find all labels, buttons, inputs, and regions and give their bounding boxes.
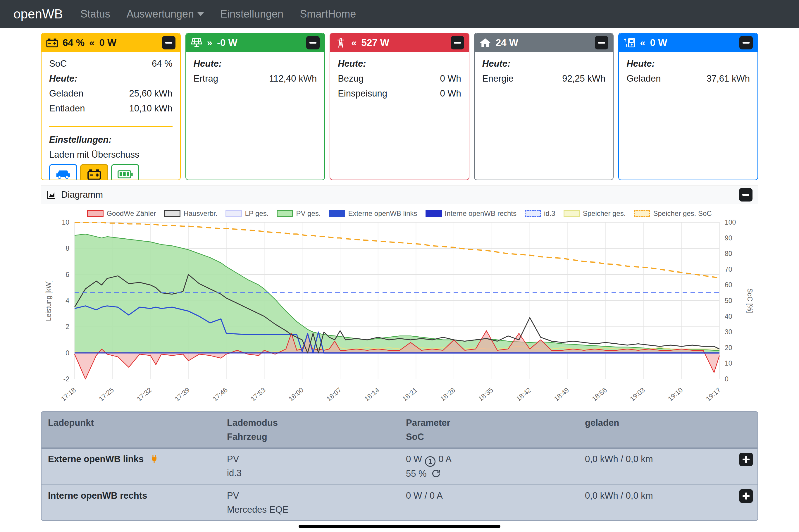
chargepoint-table: Ladepunkt LademodusFahrzeug ParameterSoC… xyxy=(41,411,758,521)
nav-item-auswertungen-label: Auswertungen xyxy=(127,8,194,20)
legend-label: Interne openWB rechts xyxy=(445,209,516,217)
pv-collapse-button[interactable] xyxy=(306,36,320,50)
svg-text:18:35: 18:35 xyxy=(477,386,495,403)
diagram-chart: 17:1817:2517:3217:3917:4617:5318:0018:07… xyxy=(41,220,758,406)
entladen-label: Entladen xyxy=(49,103,85,114)
house-collapse-button[interactable] xyxy=(595,36,608,50)
refresh-soc-icon[interactable] xyxy=(431,469,441,478)
svg-text:19:03: 19:03 xyxy=(628,386,646,403)
pv-power-value: -0 W xyxy=(217,37,237,48)
bezug-label: Bezug xyxy=(338,73,363,84)
geladen-value: 25,60 kWh xyxy=(129,88,172,99)
navbar: openWB Status Auswertungen Einstellungen… xyxy=(0,0,799,28)
cp-parameter-cell: 0 W10 A 55 % xyxy=(400,452,578,481)
cp-mode-vehicle-cell: PV Mercedes EQE xyxy=(221,489,400,517)
svg-text:18:14: 18:14 xyxy=(363,386,381,403)
heute-label: Heute: xyxy=(49,73,173,84)
app-brand[interactable]: openWB xyxy=(14,7,63,21)
cp-name-cell: Interne openWB rechts xyxy=(41,489,221,517)
battery-charge-icon xyxy=(118,169,133,180)
cp-name: Interne openWB rechts xyxy=(48,489,147,503)
legend-item-pv-ges[interactable]: PV ges. xyxy=(277,209,321,217)
svg-text:18:28: 18:28 xyxy=(439,386,457,403)
house-power-value: 24 W xyxy=(496,37,518,48)
svg-text:18:42: 18:42 xyxy=(515,386,533,403)
svg-text:18:07: 18:07 xyxy=(325,386,343,403)
nav-item-einstellungen[interactable]: Einstellungen xyxy=(220,8,283,20)
soc-value: 64 % xyxy=(152,58,173,69)
chart-area-icon xyxy=(46,190,56,200)
legend-item-goodwe-z-hler[interactable]: GoodWe Zähler xyxy=(87,209,156,217)
legend-label: Speicher ges. xyxy=(583,209,626,217)
svg-text:17:18: 17:18 xyxy=(59,386,77,403)
geladen-value: 37,61 kWh xyxy=(707,73,750,84)
nav-items: Status Auswertungen Einstellungen SmartH… xyxy=(80,8,356,20)
car-icon xyxy=(56,169,71,180)
svg-text:SoC [%]: SoC [%] xyxy=(746,288,754,313)
ertrag-value: 112,40 kWh xyxy=(269,73,317,84)
mode-eco-battery-button[interactable] xyxy=(111,164,139,180)
svg-text:Leistung [kW]: Leistung [kW] xyxy=(45,280,52,321)
legend-swatch xyxy=(277,210,293,217)
legend-swatch xyxy=(634,210,650,217)
legend-item-id-3[interactable]: id.3 xyxy=(525,209,555,217)
legend-swatch xyxy=(425,210,442,217)
cp-charged-cell: 0,0 kWh / 0,0 km xyxy=(578,489,758,517)
legend-item-speicher-ges-soc[interactable]: Speicher ges. SoC xyxy=(634,209,711,217)
svg-text:10: 10 xyxy=(725,359,732,367)
grid-card-header: « 527 W xyxy=(330,33,469,52)
nav-item-smarthome[interactable]: SmartHome xyxy=(300,8,356,20)
mode-battery-button[interactable] xyxy=(80,164,108,180)
table-row-externe: Externe openWB links PV id.3 0 W10 A 55 … xyxy=(41,449,758,485)
house-card: 24 W Heute: Energie92,25 kWh xyxy=(474,33,614,180)
battery-power-value: 0 W xyxy=(99,37,117,48)
externe-expand-button[interactable] xyxy=(739,453,753,466)
house-card-header: 24 W xyxy=(475,33,613,52)
plug-icon xyxy=(149,455,159,464)
legend-label: Externe openWB links xyxy=(348,209,417,217)
svg-text:30: 30 xyxy=(725,328,732,336)
svg-text:10: 10 xyxy=(62,220,69,226)
svg-text:0: 0 xyxy=(65,349,69,357)
chargepoint-card-header: « 0 W xyxy=(619,33,758,52)
pv-card-header: » -0 W xyxy=(186,33,325,52)
car-battery-icon xyxy=(87,169,102,180)
pv-card: » -0 W Heute: Ertrag112,40 kWh xyxy=(186,33,325,180)
chargepoint-collapse-button[interactable] xyxy=(739,36,753,50)
pv-card-body: Heute: Ertrag112,40 kWh xyxy=(186,52,325,95)
battery-collapse-button[interactable] xyxy=(162,36,175,50)
svg-text:18:49: 18:49 xyxy=(553,386,571,403)
svg-text:19:17: 19:17 xyxy=(704,386,722,403)
interne-expand-button[interactable] xyxy=(739,489,753,503)
heute-label: Heute: xyxy=(482,58,606,69)
status-cards-row: 64 % « 0 W SoC64 % Heute: Geladen25,60 k… xyxy=(0,28,799,180)
einstellungen-label: Einstellungen: xyxy=(49,135,173,145)
divider xyxy=(49,126,173,127)
nav-item-status[interactable]: Status xyxy=(80,8,110,20)
grid-collapse-button[interactable] xyxy=(451,36,464,50)
einspeisung-label: Einspeisung xyxy=(338,88,387,99)
legend-item-interne-openwb-rechts[interactable]: Interne openWB rechts xyxy=(425,209,516,217)
chargepoint-card: « 0 W Heute: Geladen37,61 kWh xyxy=(618,33,758,180)
car-battery-icon xyxy=(46,37,58,48)
svg-text:20: 20 xyxy=(725,344,732,352)
header-lademodus-fahrzeug: LademodusFahrzeug xyxy=(221,416,400,444)
nav-item-auswertungen[interactable]: Auswertungen xyxy=(127,8,204,20)
soc-label: SoC xyxy=(49,58,67,69)
legend-item-lp-ges[interactable]: LP ges. xyxy=(226,209,268,217)
legend-item-speicher-ges[interactable]: Speicher ges. xyxy=(564,209,626,217)
svg-text:100: 100 xyxy=(725,220,736,226)
svg-text:17:46: 17:46 xyxy=(211,386,229,403)
battery-card: 64 % « 0 W SoC64 % Heute: Geladen25,60 k… xyxy=(41,33,181,180)
diagram-collapse-button[interactable] xyxy=(739,188,753,202)
legend-swatch xyxy=(226,210,242,217)
cp-power: 0 W xyxy=(406,454,422,464)
cp-soc: 55 % xyxy=(406,469,427,479)
legend-item-hausverbr[interactable]: Hausverbr. xyxy=(164,209,217,217)
home-indicator[interactable] xyxy=(299,525,500,528)
mode-car-button[interactable] xyxy=(49,164,77,180)
cp-parameter-cell: 0 W / 0 A xyxy=(400,489,578,517)
legend-item-externe-openwb-links[interactable]: Externe openWB links xyxy=(329,209,417,217)
svg-text:18:56: 18:56 xyxy=(590,386,608,403)
battery-soc-value: 64 % xyxy=(62,37,84,48)
